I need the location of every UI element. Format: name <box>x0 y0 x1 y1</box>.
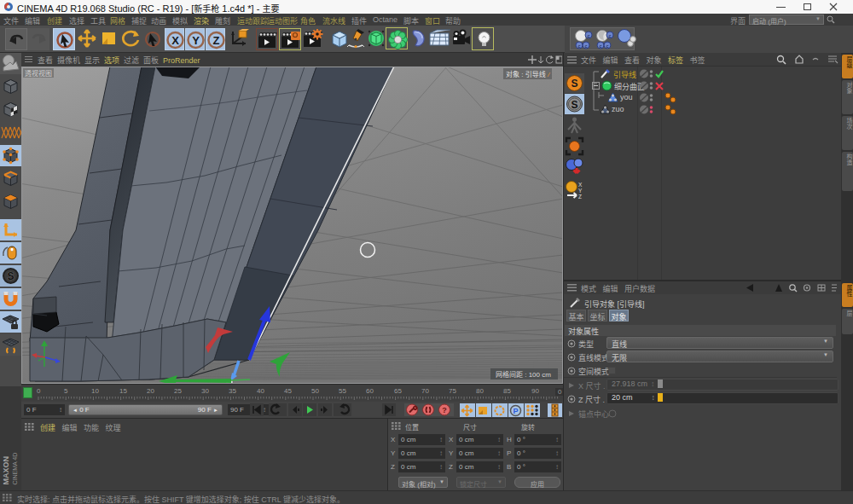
svg-text:S: S <box>571 99 577 111</box>
svg-text:CINEMA 4D: CINEMA 4D <box>12 453 18 485</box>
svg-text:X: X <box>171 34 179 47</box>
svg-text:c: c <box>606 43 609 49</box>
svg-text:c: c <box>585 43 588 49</box>
svg-text:S: S <box>7 270 14 282</box>
svg-text:c: c <box>588 33 590 38</box>
svg-text:Z: Z <box>578 194 582 200</box>
svg-text:Z: Z <box>213 34 220 47</box>
svg-text:Y: Y <box>192 34 200 47</box>
svg-text:Y: Y <box>578 188 583 194</box>
svg-text:P: P <box>513 407 518 415</box>
svg-text:c: c <box>578 43 581 49</box>
svg-text:X: X <box>578 182 583 188</box>
svg-text:?: ? <box>442 406 447 414</box>
svg-text:S: S <box>571 78 577 90</box>
svg-text:c: c <box>600 43 602 49</box>
svg-text:c: c <box>609 33 612 38</box>
svg-text:MAXON: MAXON <box>2 456 10 485</box>
